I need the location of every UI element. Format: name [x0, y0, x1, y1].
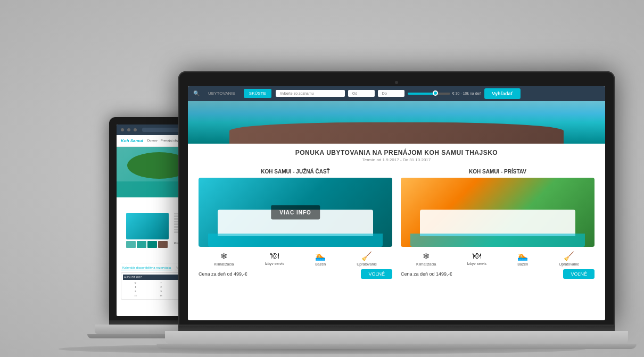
small-logo: Koh Samui [121, 138, 143, 143]
thumb-4[interactable] [158, 241, 168, 248]
nav-dot-2 [127, 128, 130, 131]
main-title: PONUKA UBYTOVANIA NA PRENÁJOM KOH SAMUI … [199, 149, 595, 156]
main-laptop-bezel: 🔍 UBYTOVANIE SKÚSTE € 30 - 10k na deň [178, 71, 615, 326]
price-range-label: € 30 - 10k na deň [452, 92, 482, 95]
card1-title: KOH SAMUI - JUŽNÁ ČASŤ [199, 169, 392, 175]
card2-vacne-btn[interactable]: VOĽNÉ [563, 269, 595, 279]
card2-icon-bazen: 🏊 Bazén [517, 251, 528, 266]
card1-icon-servis: 🍽 Izbyv servis [265, 251, 284, 266]
slider-thumb[interactable] [433, 90, 438, 96]
main-laptop-base-bottom [156, 344, 637, 349]
card1-price: Cena za deň od 499,-€ [199, 271, 247, 277]
main-search-bar: € 30 - 10k na deň Vyhľadať [276, 88, 600, 99]
thumb-2[interactable] [137, 241, 146, 248]
card2-title: KOH SAMUI - PRÍSTAV [401, 169, 595, 175]
tab-skuste[interactable]: SKÚSTE [244, 89, 271, 98]
small-tab-calendar[interactable]: Kalendár disponibility a rezervácia [121, 265, 172, 270]
main-hero [188, 101, 605, 144]
card2-icons: ❄ Klimatizácia 🍽 Izbyv servis 🏊 Bazén [401, 251, 595, 266]
main-laptop-hinge [178, 326, 615, 331]
card2-price: Cena za deň od 1499,-€ [401, 271, 452, 277]
small-left-col [126, 213, 169, 258]
card2-icon-servis: 🍽 Izbyv servis [467, 251, 486, 266]
nav-link-domov[interactable]: Domov [147, 139, 158, 142]
scene: Koh Samui Domov Prenajaj ubytovanie O ná… [29, 9, 615, 349]
thumb-3[interactable] [147, 241, 157, 248]
small-main-img [126, 213, 169, 239]
card2-villa [420, 210, 575, 236]
main-search-btn[interactable]: Vyhľadať [484, 88, 520, 99]
card1-image: VIAC INFO [199, 178, 392, 247]
card1-icon-klima: ❄ Klimatizácia [214, 251, 234, 266]
nav-dot-3 [134, 128, 137, 131]
thumb-1[interactable] [126, 241, 136, 248]
nav-dot-1 [121, 128, 124, 131]
small-cal-month1: AUGUST 2017 [124, 276, 142, 279]
small-thumbnails [126, 241, 169, 248]
main-content: PONUKA UBYTOVANIA NA PRENÁJOM KOH SAMUI … [188, 144, 605, 284]
main-cards: KOH SAMUI - JUŽNÁ ČASŤ VIAC INFO [199, 169, 595, 279]
search-icon: 🔍 [193, 90, 200, 96]
main-subtitle: Termín od 1.9.2017 - Do 31.10.2017 [199, 157, 595, 162]
card1-vacne-btn[interactable]: VOĽNÉ [361, 269, 392, 279]
main-date-do[interactable] [378, 90, 404, 97]
card2-image [401, 178, 595, 247]
tab-ubytovanie[interactable]: UBYTOVANIE [204, 89, 240, 98]
card2-icon-upr: 🧹 Upratovanie [559, 251, 579, 266]
main-location-select[interactable] [276, 90, 345, 97]
card1-price-row: Cena za deň od 499,-€ VOĽNÉ [199, 269, 392, 279]
card1-icon-upr: 🧹 Upratovanie [357, 251, 377, 266]
main-laptop-base [165, 331, 628, 344]
card1-pool [208, 234, 383, 247]
card-1: KOH SAMUI - JUŽNÁ ČASŤ VIAC INFO [199, 169, 392, 279]
card1-overlay-btn[interactable]: VIAC INFO [271, 205, 320, 219]
main-date-od[interactable] [348, 90, 375, 97]
card2-pool [410, 234, 585, 247]
card2-price-row: Cena za deň od 1499,-€ VOĽNÉ [401, 269, 595, 279]
main-laptop: 🔍 UBYTOVANIE SKÚSTE € 30 - 10k na deň [178, 71, 615, 349]
card2-icon-klima: ❄ Klimatizácia [416, 251, 436, 266]
card1-icon-bazen: 🏊 Bazén [315, 251, 326, 266]
card2-img-bg [401, 178, 595, 247]
card-2: KOH SAMUI - PRÍSTAV ❄ Klimatiz [401, 169, 595, 279]
main-laptop-screen: 🔍 UBYTOVANIE SKÚSTE € 30 - 10k na deň [188, 86, 605, 320]
slider-track[interactable] [408, 93, 450, 95]
main-price-slider: € 30 - 10k na deň [408, 92, 482, 95]
main-topbar: 🔍 UBYTOVANIE SKÚSTE € 30 - 10k na deň [188, 86, 605, 101]
card1-icons: ❄ Klimatizácia 🍽 Izbyv servis 🏊 Bazén [199, 251, 392, 266]
main-camera [395, 81, 398, 84]
hero-rocks [229, 122, 563, 144]
